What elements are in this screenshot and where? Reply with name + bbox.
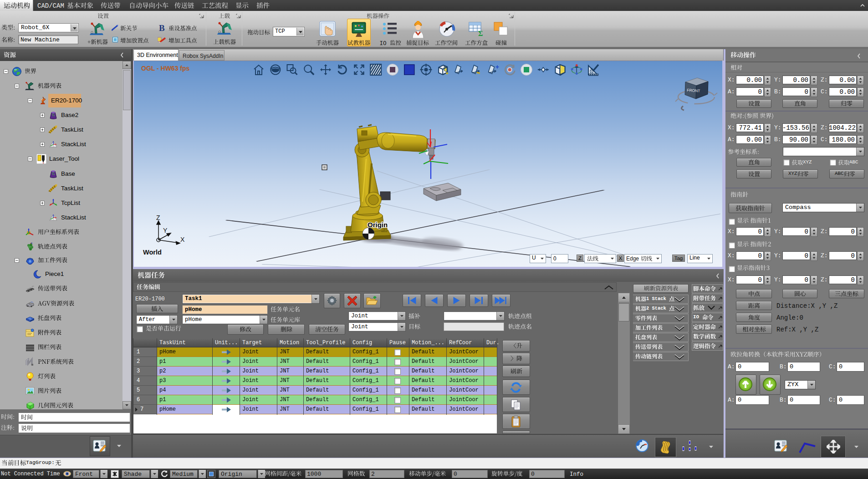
svg-text:World: World — [143, 249, 162, 256]
svg-text:OGL - HW63 fps: OGL - HW63 fps — [141, 65, 190, 72]
svg-text:Z: Z — [156, 214, 160, 221]
svg-text:FRONT: FRONT — [687, 88, 700, 93]
svg-text:Y: Y — [163, 227, 168, 234]
svg-text:X: X — [180, 236, 185, 243]
svg-text:Σ: Σ — [478, 30, 483, 37]
svg-text:Origin: Origin — [368, 221, 388, 229]
